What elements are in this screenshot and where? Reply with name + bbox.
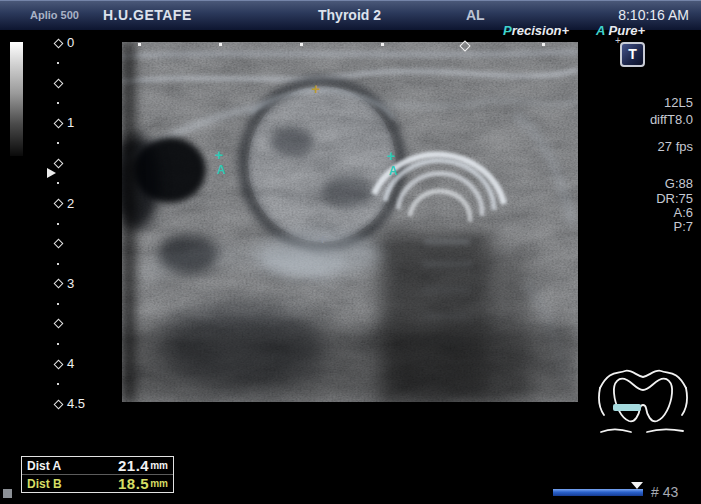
corner-handle bbox=[3, 489, 12, 498]
a-parameter: A:6 bbox=[600, 205, 697, 220]
imaging-mode: diffT8.0 bbox=[600, 112, 697, 127]
image-scale-tick bbox=[542, 43, 545, 46]
thyroid-bodymark-icon bbox=[597, 360, 689, 440]
caliper-marker: + bbox=[215, 150, 224, 160]
ruler-tick bbox=[54, 118, 64, 128]
cine-progress-bar bbox=[553, 489, 643, 496]
ruler-tick bbox=[57, 383, 59, 385]
gain-value: G:88 bbox=[600, 176, 697, 191]
image-scale-tick bbox=[300, 43, 303, 46]
ruler-tick bbox=[54, 359, 64, 369]
measurement-label: Dist A bbox=[27, 459, 79, 473]
clock: 8:10:16 AM bbox=[618, 7, 689, 23]
precision-badge-rest: recision+ bbox=[512, 23, 569, 38]
ruler-tick bbox=[57, 343, 59, 345]
exam-preset: Thyroid 2 bbox=[318, 7, 381, 23]
ruler-tick bbox=[57, 303, 59, 305]
ruler-tick bbox=[54, 158, 64, 168]
apure-badge-prefix: A bbox=[596, 23, 605, 38]
ruler-tick bbox=[54, 38, 64, 48]
ruler-label: 4 bbox=[67, 356, 74, 371]
ruler-tick bbox=[57, 62, 59, 64]
image-scale-tick bbox=[381, 43, 384, 46]
ruler-tick bbox=[54, 78, 64, 88]
ruler-tick bbox=[57, 182, 59, 184]
measurement-results-panel: Dist A21.4mmDist B18.5mm bbox=[21, 456, 174, 493]
focus-marker-icon bbox=[47, 168, 56, 178]
measurement-value: 21.4 bbox=[79, 457, 149, 474]
caliper-marker: + bbox=[319, 234, 328, 244]
ruler-tick bbox=[54, 239, 64, 249]
measurement-label: Dist B bbox=[27, 477, 79, 491]
institution-name: H.U.GETAFE bbox=[103, 7, 192, 23]
caliper-label: A bbox=[217, 163, 226, 177]
ruler-tick bbox=[57, 102, 59, 104]
depth-ruler: 012344.5 bbox=[0, 0, 110, 504]
apure-badge-rest: Pure+ bbox=[605, 23, 645, 38]
ruler-label: 2 bbox=[67, 196, 74, 211]
caliper-marker: + bbox=[312, 84, 321, 94]
image-scale-tick bbox=[138, 43, 141, 46]
precision-plus-badge: Precision+ bbox=[503, 23, 569, 38]
ruler-label: 0 bbox=[67, 35, 74, 50]
ruler-tick bbox=[54, 399, 64, 409]
p-parameter: P:7 bbox=[600, 219, 697, 234]
dynamic-range-value: DR:75 bbox=[600, 191, 697, 206]
measurement-unit: mm bbox=[150, 478, 168, 489]
ruler-tick bbox=[54, 279, 64, 289]
measurement-row: Dist B18.5mm bbox=[22, 474, 173, 492]
probe-application: AL bbox=[466, 7, 485, 23]
ruler-tick bbox=[57, 263, 59, 265]
image-scale-tick bbox=[219, 43, 222, 46]
probe-position-marker bbox=[613, 404, 641, 411]
caliper-label: A bbox=[389, 164, 398, 178]
caliper-marker: + bbox=[387, 151, 396, 161]
transducer-model: 12L5 bbox=[600, 95, 697, 110]
measurement-unit: mm bbox=[150, 460, 168, 471]
precision-badge-prefix: P bbox=[503, 23, 512, 38]
transducer-icon[interactable]: T bbox=[620, 42, 645, 67]
measurement-row: Dist A21.4mm bbox=[22, 457, 173, 474]
ruler-label: 1 bbox=[67, 115, 74, 130]
ultrasound-texture bbox=[122, 42, 578, 402]
ultrasound-image: +A+A++ bbox=[122, 42, 578, 402]
ruler-tick bbox=[54, 199, 64, 209]
ruler-tick bbox=[57, 223, 59, 225]
ruler-tick bbox=[57, 142, 59, 144]
ruler-tick bbox=[54, 319, 64, 329]
measurement-value: 18.5 bbox=[79, 475, 149, 492]
frame-rate: 27 fps bbox=[600, 139, 697, 154]
ruler-label: 4.5 bbox=[67, 396, 85, 411]
cine-position-marker-icon bbox=[631, 482, 643, 489]
ruler-label: 3 bbox=[67, 276, 74, 291]
frame-counter: # 43 bbox=[651, 484, 678, 500]
